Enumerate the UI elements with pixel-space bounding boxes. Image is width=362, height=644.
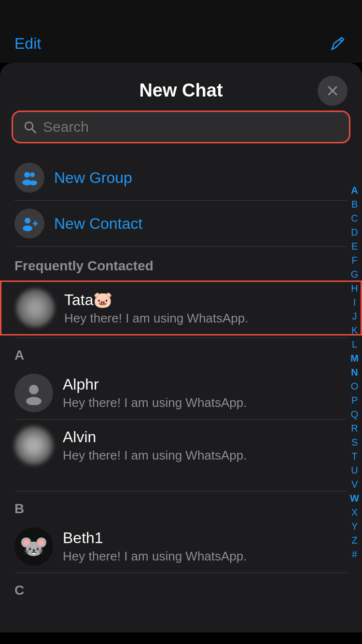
section-header-c: C bbox=[0, 573, 362, 602]
default-avatar-icon bbox=[22, 381, 46, 405]
alpha-o[interactable]: O bbox=[351, 379, 359, 393]
contact-info-alvin: Alvin Hey there! I am using WhatsApp. bbox=[63, 428, 348, 463]
contact-info-tata: Tata🐷 Hey there! I am using WhatsApp. bbox=[64, 291, 346, 326]
new-chat-modal: New Chat New Group bbox=[0, 63, 362, 632]
svg-point-14 bbox=[26, 397, 42, 405]
alpha-d[interactable]: D bbox=[351, 225, 358, 239]
contact-tata[interactable]: Tata🐷 Hey there! I am using WhatsApp. bbox=[0, 280, 362, 336]
alpha-h[interactable]: H bbox=[351, 281, 358, 295]
contact-status-alvin: Hey there! I am using WhatsApp. bbox=[63, 448, 348, 463]
contact-name-tata: Tata🐷 bbox=[64, 291, 346, 309]
contact-alvin[interactable]: Alvin Hey there! I am using WhatsApp. bbox=[0, 420, 362, 472]
new-contact-item[interactable]: New Contact bbox=[0, 201, 362, 246]
alpha-q[interactable]: Q bbox=[351, 407, 359, 421]
alpha-z[interactable]: Z bbox=[351, 533, 357, 547]
alpha-v[interactable]: V bbox=[351, 477, 358, 491]
alpha-u[interactable]: U bbox=[351, 463, 358, 477]
alpha-k[interactable]: K bbox=[351, 323, 358, 337]
search-container bbox=[0, 111, 362, 155]
contact-status-tata: Hey there! I am using WhatsApp. bbox=[64, 311, 346, 326]
close-icon bbox=[326, 84, 339, 98]
modal-title: New Chat bbox=[139, 80, 223, 101]
new-group-icon-circle bbox=[14, 163, 44, 193]
alpha-p[interactable]: P bbox=[351, 393, 358, 407]
svg-line-4 bbox=[32, 129, 36, 133]
alpha-m[interactable]: M bbox=[350, 351, 359, 365]
svg-point-8 bbox=[29, 181, 37, 185]
search-icon bbox=[23, 120, 37, 134]
alpha-w[interactable]: W bbox=[350, 491, 359, 505]
contact-name-beth1: Beth1 bbox=[63, 529, 348, 547]
contact-status-beth1: Hey there! I am using WhatsApp. bbox=[63, 549, 348, 564]
section-header-a: A bbox=[0, 338, 362, 367]
search-bar bbox=[12, 111, 350, 143]
alpha-l[interactable]: L bbox=[352, 337, 357, 351]
alpha-index: A B C D E F G H I J K L M N O P Q R S T … bbox=[350, 183, 359, 561]
alpha-b[interactable]: B bbox=[351, 197, 358, 211]
contact-beth1[interactable]: 🐭 Beth1 Hey there! I am using WhatsApp. bbox=[0, 520, 362, 573]
modal-header: New Chat bbox=[0, 63, 362, 111]
avatar-beth1: 🐭 bbox=[14, 527, 53, 566]
alpha-a[interactable]: A bbox=[351, 183, 358, 197]
close-button[interactable] bbox=[318, 76, 348, 106]
alpha-i[interactable]: I bbox=[353, 295, 356, 309]
frequently-contacted-header: Frequently Contacted bbox=[0, 247, 362, 279]
alpha-j[interactable]: J bbox=[352, 309, 357, 323]
svg-point-10 bbox=[23, 225, 32, 231]
top-bar: Edit bbox=[0, 29, 362, 63]
alpha-x[interactable]: X bbox=[351, 505, 358, 519]
group-icon bbox=[21, 169, 38, 186]
contact-info-beth1: Beth1 Hey there! I am using WhatsApp. bbox=[63, 529, 348, 564]
avatar-tata bbox=[16, 289, 55, 327]
contact-alphr[interactable]: Alphr Hey there! I am using WhatsApp. bbox=[0, 367, 362, 419]
alpha-r[interactable]: R bbox=[351, 421, 358, 435]
alpha-t[interactable]: T bbox=[351, 449, 357, 463]
svg-point-5 bbox=[24, 172, 30, 178]
alpha-c[interactable]: C bbox=[351, 211, 358, 225]
alpha-hash[interactable]: # bbox=[352, 547, 357, 561]
contact-status-alphr: Hey there! I am using WhatsApp. bbox=[63, 395, 348, 410]
alpha-e[interactable]: E bbox=[351, 239, 358, 253]
alpha-f[interactable]: F bbox=[351, 253, 357, 267]
alpha-n[interactable]: N bbox=[351, 365, 358, 379]
contact-info-alphr: Alphr Hey there! I am using WhatsApp. bbox=[63, 376, 348, 410]
new-contact-label: New Contact bbox=[54, 215, 142, 233]
new-contact-icon-circle bbox=[14, 209, 44, 238]
svg-point-13 bbox=[29, 385, 39, 394]
svg-line-0 bbox=[340, 40, 342, 42]
search-input[interactable] bbox=[43, 119, 339, 135]
edit-button[interactable]: Edit bbox=[14, 35, 41, 53]
alpha-s[interactable]: S bbox=[351, 435, 358, 449]
new-group-item[interactable]: New Group bbox=[0, 155, 362, 200]
add-contact-icon bbox=[21, 215, 38, 232]
contact-name-alvin: Alvin bbox=[63, 428, 348, 446]
alpha-g[interactable]: G bbox=[351, 267, 359, 281]
new-group-label: New Group bbox=[54, 169, 132, 187]
contact-name-alphr: Alphr bbox=[63, 376, 348, 393]
alpha-y[interactable]: Y bbox=[351, 519, 358, 533]
compose-icon[interactable] bbox=[328, 34, 348, 53]
section-header-b: B bbox=[0, 491, 362, 520]
svg-point-6 bbox=[30, 172, 35, 177]
avatar-alvin bbox=[14, 426, 53, 465]
avatar-alphr bbox=[14, 374, 53, 412]
svg-point-9 bbox=[25, 218, 30, 224]
status-bar bbox=[0, 0, 362, 29]
